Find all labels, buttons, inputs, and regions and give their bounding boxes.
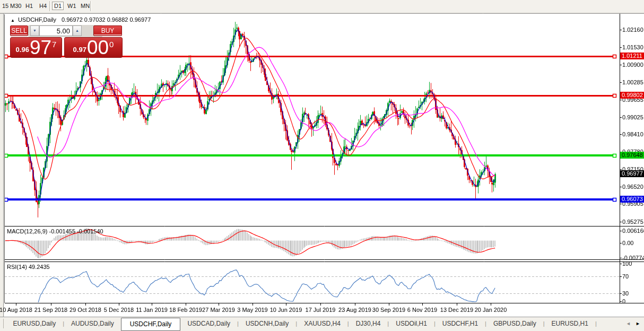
tab-scroll-left-icon[interactable]: ◄ bbox=[626, 321, 631, 326]
price-tick-label: 1.01530 bbox=[622, 44, 643, 50]
chart-tab-usdchf-h1[interactable]: USDCHF,H1 bbox=[436, 317, 485, 330]
chart-tab-bar: EURUSD,Daily|AUDUSD,DailyUSDCHF,DailyUSD… bbox=[0, 317, 644, 331]
chart-tab-usdcnh-daily[interactable]: USDCNH,Daily bbox=[239, 317, 295, 330]
price-level-tag: 0.96073 bbox=[620, 196, 644, 203]
timeframe-toolbar: 15M30H1H4D1W1MN bbox=[0, 0, 644, 13]
rsi-axis-label: 0 bbox=[622, 298, 625, 304]
price-level-tag: 0.99802 bbox=[620, 92, 644, 99]
price-level-tag: 1.01211 bbox=[620, 53, 644, 59]
buy-price-pip: 0 bbox=[109, 40, 114, 49]
date-tick-label: 20 Jan 2020 bbox=[469, 307, 512, 313]
sell-price-pip: 7 bbox=[52, 40, 56, 49]
tab-divider: | bbox=[595, 317, 597, 330]
timeframe-button-d1[interactable]: D1 bbox=[52, 2, 64, 10]
collapse-triangle-icon[interactable]: ▲ bbox=[11, 18, 15, 23]
tab-stub bbox=[0, 319, 4, 328]
rsi-axis-label: 70 bbox=[622, 273, 629, 280]
chart-tab-usdoil-h1[interactable]: USDOil,H1 bbox=[389, 317, 434, 330]
timeframe-button-h1[interactable]: H1 bbox=[24, 2, 34, 10]
sell-button[interactable]: SELL bbox=[10, 25, 28, 36]
chart-ohlc-values: 0.96972 0.97032 0.96882 0.96977 bbox=[62, 16, 151, 23]
sell-price-button[interactable]: 0.96 97 7 bbox=[10, 37, 62, 58]
price-level-tag: 0.96977 bbox=[620, 170, 644, 177]
timeframe-button-m30[interactable]: M30 bbox=[8, 2, 23, 10]
sell-price-prefix: 0.96 bbox=[16, 46, 29, 54]
price-tick-label: 0.98410 bbox=[622, 131, 643, 137]
timeframe-button-h4[interactable]: H4 bbox=[38, 2, 48, 10]
chart-symbol-label: USDCHF,Daily bbox=[18, 16, 56, 23]
macd-axis-label: 0.006166 bbox=[622, 228, 644, 234]
chart-tab-xauusd-h4[interactable]: XAUUSD,H4 bbox=[297, 317, 347, 330]
buy-price-prefix: 0.97 bbox=[73, 46, 86, 54]
rsi-axis-label: 100 bbox=[622, 260, 632, 267]
terminal-window: 15M30H1H4D1W1MN ▲USDCHF,Daily0.96972 0.9… bbox=[0, 0, 644, 331]
macd-axis-label: 0.00 bbox=[622, 240, 633, 246]
toolbar-separator bbox=[90, 1, 91, 11]
price-tick-label: 1.00285 bbox=[622, 79, 643, 85]
chart-title: ▲USDCHF,Daily0.96972 0.97032 0.96882 0.9… bbox=[11, 16, 151, 23]
price-tick-label: 0.96520 bbox=[622, 184, 643, 190]
chart-tab-audusd-daily[interactable]: AUDUSD,Daily bbox=[64, 317, 121, 330]
rsi-indicator-label: RSI(14) 49.2435 bbox=[7, 264, 50, 270]
one-click-trading-panel: SELL ▼ ▲ BUY 0.96 97 7 0.97 00 0 bbox=[10, 24, 123, 58]
volume-decrease-button[interactable]: ▼ bbox=[30, 25, 39, 36]
chart-tab-gbpusd-daily[interactable]: GBPUSD,Daily bbox=[486, 317, 543, 330]
timeframe-button-w1[interactable]: W1 bbox=[66, 2, 78, 10]
timeframe-button-mn[interactable]: MN bbox=[79, 2, 91, 10]
chart-tab-usdchf-daily[interactable]: USDCHF,Daily bbox=[121, 318, 181, 331]
volume-input[interactable] bbox=[39, 25, 73, 36]
price-tick-label: 0.95275 bbox=[622, 219, 643, 225]
price-tick-label: 1.02160 bbox=[622, 27, 643, 33]
price-level-tag: 0.97648 bbox=[620, 152, 644, 159]
rsi-axis-label: 30 bbox=[622, 290, 629, 297]
tab-scroll-right-icon[interactable]: ► bbox=[636, 321, 640, 326]
buy-button[interactable]: BUY bbox=[93, 25, 122, 36]
volume-increase-button[interactable]: ▲ bbox=[73, 25, 82, 36]
tabs-holder: EURUSD,Daily|AUDUSD,DailyUSDCHF,DailyUSD… bbox=[0, 321, 597, 331]
price-tick-label: 1.00900 bbox=[622, 62, 643, 68]
macd-indicator-label: MACD(12,26,9) -0.001455 -0.001540 bbox=[7, 228, 103, 234]
chart-tab-eurusd-h1[interactable]: EURUSD,H1 bbox=[545, 317, 595, 330]
chart-tab-eurusd-daily[interactable]: EURUSD,Daily bbox=[6, 317, 63, 330]
sell-price-big: 97 bbox=[30, 39, 51, 56]
toolbar-separator bbox=[49, 1, 50, 11]
chart-tab-usdcad-daily[interactable]: USDCAD,Daily bbox=[180, 317, 237, 330]
buy-price-big: 00 bbox=[87, 39, 109, 56]
price-tick-label: 0.99025 bbox=[622, 114, 643, 120]
buy-price-button[interactable]: 0.97 00 0 bbox=[64, 37, 123, 58]
chart-tab-dj30-h4[interactable]: DJ30,H4 bbox=[349, 317, 388, 330]
